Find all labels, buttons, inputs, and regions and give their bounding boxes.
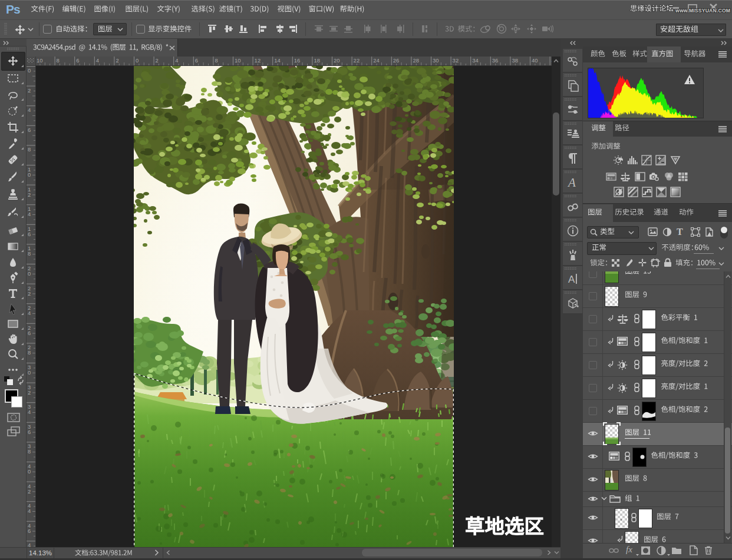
svg-text:6: 6 — [28, 231, 31, 237]
svg-text:8: 8 — [28, 448, 31, 455]
svg-text:30: 30 — [433, 57, 439, 64]
svg-text:38: 38 — [512, 57, 518, 64]
svg-text:10: 10 — [235, 57, 241, 64]
svg-text:2: 2 — [28, 290, 31, 297]
svg-text:2: 2 — [116, 57, 118, 64]
svg-text:0: 0 — [28, 468, 31, 475]
svg-text:2: 2 — [28, 191, 31, 198]
svg-text:22: 22 — [354, 57, 360, 64]
svg-text:12: 12 — [255, 57, 261, 64]
svg-text:0: 0 — [28, 171, 31, 178]
svg-text:2: 2 — [28, 389, 31, 396]
svg-text:28: 28 — [413, 57, 419, 64]
svg-text:34: 34 — [472, 57, 479, 64]
svg-text:2: 2 — [28, 488, 31, 495]
svg-text:6: 6 — [195, 57, 198, 64]
svg-text:14: 14 — [274, 57, 281, 64]
svg-text:16: 16 — [294, 57, 301, 64]
svg-text:40: 40 — [532, 57, 538, 64]
svg-text:4: 4 — [28, 542, 31, 547]
svg-text:0: 0 — [28, 369, 31, 376]
svg-text:2: 2 — [28, 87, 31, 94]
svg-text:26: 26 — [393, 57, 400, 64]
svg-text:4: 4 — [28, 107, 31, 113]
svg-text:8: 8 — [28, 250, 31, 257]
svg-text:4: 4 — [96, 57, 99, 64]
svg-text:24: 24 — [373, 57, 380, 64]
svg-text:8: 8 — [215, 57, 217, 64]
svg-text:6: 6 — [28, 330, 31, 336]
svg-text:8: 8 — [28, 349, 31, 356]
svg-text:4: 4 — [28, 508, 31, 514]
svg-text:32: 32 — [453, 57, 459, 64]
svg-text:2: 2 — [156, 57, 159, 64]
svg-text:36: 36 — [492, 57, 499, 64]
svg-text:6: 6 — [28, 429, 31, 435]
svg-text:6: 6 — [76, 57, 79, 64]
svg-text:8: 8 — [28, 146, 31, 153]
svg-text:0: 0 — [136, 57, 139, 64]
svg-text:6: 6 — [28, 528, 31, 534]
svg-text:4: 4 — [28, 310, 31, 316]
svg-text:4: 4 — [175, 57, 178, 64]
svg-text:0: 0 — [28, 270, 31, 277]
svg-text:4: 4 — [28, 409, 31, 415]
svg-text:A: A — [568, 274, 575, 285]
svg-text:4: 4 — [28, 211, 31, 217]
svg-text:6: 6 — [28, 127, 31, 133]
svg-text:20: 20 — [334, 57, 340, 64]
svg-text:18: 18 — [314, 57, 320, 64]
svg-text:8: 8 — [57, 57, 60, 64]
svg-text:0: 0 — [28, 67, 31, 74]
svg-text:A: A — [567, 175, 576, 190]
svg-text:10: 10 — [37, 57, 43, 64]
